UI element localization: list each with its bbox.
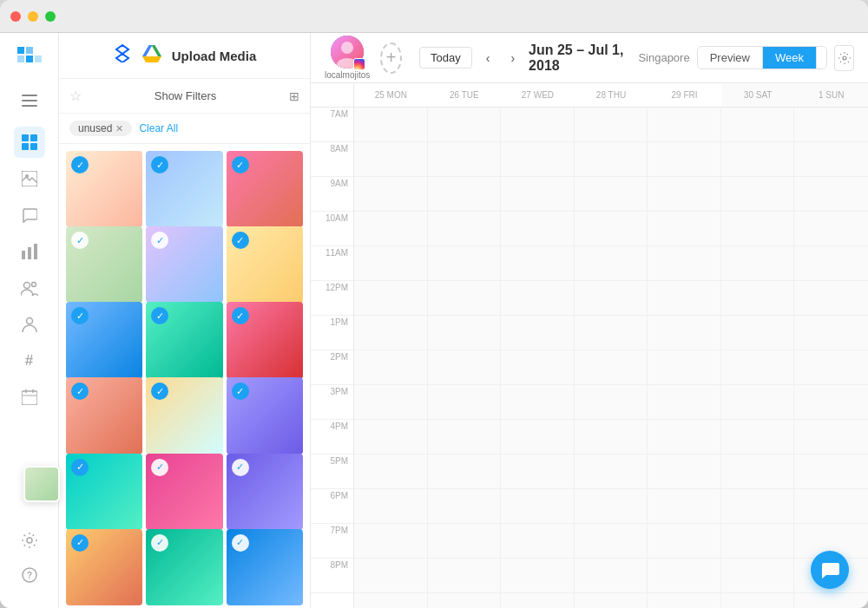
cell-26-5PM[interactable] [428, 454, 501, 489]
cell-26-9AM[interactable] [428, 177, 501, 212]
cell-30-8PM[interactable] [721, 559, 794, 593]
cell-28-1PM[interactable] [575, 316, 648, 350]
thumb-check-icon[interactable]: ✓ [232, 534, 249, 552]
cell-25-11AM[interactable] [354, 246, 427, 281]
thumb-check-icon[interactable]: ✓ [232, 382, 249, 400]
next-week-button[interactable]: › [503, 46, 522, 70]
cell-1-3PM[interactable] [794, 385, 868, 420]
cell-25-8PM[interactable] [354, 559, 427, 593]
prev-week-button[interactable]: ‹ [479, 46, 497, 70]
cell-30-12PM[interactable] [721, 281, 794, 316]
thumb-check-icon[interactable]: ✓ [151, 459, 168, 476]
sidebar-item-group[interactable] [14, 272, 45, 304]
maximize-button[interactable] [45, 11, 56, 22]
cell-25-10AM[interactable] [354, 212, 427, 246]
media-thumb[interactable]: ✓ [227, 151, 303, 227]
cell-27-9AM[interactable] [501, 177, 574, 212]
minimize-button[interactable] [28, 11, 38, 22]
cell-26-8AM[interactable] [428, 142, 501, 177]
cell-25-4PM[interactable] [354, 420, 427, 454]
today-button[interactable]: Today [419, 47, 472, 69]
cell-28-8PM[interactable] [575, 559, 648, 593]
cell-30-4PM[interactable] [721, 420, 794, 454]
cell-28-7PM[interactable] [575, 524, 648, 559]
cell-27-2PM[interactable] [501, 350, 574, 385]
media-thumb[interactable]: ✓ [227, 529, 303, 605]
sidebar-item-media[interactable] [14, 163, 45, 194]
menu-toggle-button[interactable] [14, 85, 45, 116]
cell-30-7AM[interactable] [721, 108, 794, 142]
thumb-check-icon[interactable]: ✓ [71, 307, 89, 324]
cell-30-3PM[interactable] [721, 385, 794, 420]
thumb-check-icon[interactable]: ✓ [232, 156, 249, 173]
cell-26-7AM[interactable] [428, 108, 501, 142]
media-thumb[interactable]: ✓ [66, 151, 142, 227]
cell-26-12PM[interactable] [428, 281, 501, 316]
media-thumb[interactable]: ✓ [66, 454, 142, 530]
cell-25-3PM[interactable] [354, 385, 427, 420]
cell-29-12PM[interactable] [648, 281, 720, 316]
settings-button[interactable] [14, 525, 45, 556]
cell-25-6PM[interactable] [354, 489, 427, 524]
media-thumb[interactable]: ✓ [66, 529, 142, 605]
sidebar-item-team[interactable] [14, 309, 45, 340]
cell-25-7AM[interactable] [354, 108, 427, 142]
cell-25-7PM[interactable] [354, 524, 427, 559]
media-thumb[interactable]: ✓ [227, 226, 303, 303]
media-thumb[interactable]: ✓ [146, 151, 222, 227]
media-thumb[interactable]: ✓ [66, 377, 142, 454]
cell-30-2PM[interactable] [721, 350, 794, 385]
cell-25-12PM[interactable] [354, 281, 427, 316]
cell-26-10AM[interactable] [428, 212, 501, 246]
cell-28-6PM[interactable] [575, 489, 648, 524]
cell-1-2PM[interactable] [794, 350, 868, 385]
cell-28-7AM[interactable] [575, 108, 648, 142]
cell-30-7PM[interactable] [721, 524, 794, 559]
thumb-check-icon[interactable]: ✓ [151, 382, 168, 400]
media-thumb[interactable]: ✓ [146, 454, 222, 530]
media-thumb[interactable]: ✓ [66, 226, 142, 303]
cell-25-2PM[interactable] [354, 350, 427, 385]
cell-1-4PM[interactable] [794, 420, 868, 454]
cell-29-9AM[interactable] [648, 177, 720, 212]
thumb-check-icon[interactable]: ✓ [151, 534, 168, 552]
cell-29-4PM[interactable] [648, 420, 720, 454]
cell-26-4PM[interactable] [428, 420, 501, 454]
unused-tag[interactable]: unused ✕ [69, 121, 132, 136]
cell-29-1PM[interactable] [648, 316, 720, 350]
cell-29-6PM[interactable] [648, 489, 720, 524]
week-view-button[interactable]: Week [763, 47, 817, 69]
cell-1-5PM[interactable] [794, 454, 868, 489]
star-icon[interactable]: ☆ [69, 88, 82, 104]
thumb-check-icon[interactable]: ✓ [71, 382, 89, 400]
cell-25-1PM[interactable] [354, 316, 427, 350]
chat-bubble-button[interactable] [811, 551, 849, 589]
cell-27-3PM[interactable] [501, 385, 574, 420]
calendar-settings-button[interactable] [834, 45, 854, 71]
media-thumb[interactable]: ✓ [227, 454, 303, 530]
cell-28-4PM[interactable] [575, 420, 648, 454]
media-thumb[interactable]: ✓ [146, 302, 222, 378]
media-thumb[interactable]: ✓ [227, 302, 303, 378]
cell-27-1PM[interactable] [501, 316, 574, 350]
cell-30-10AM[interactable] [721, 212, 794, 246]
cell-26-3PM[interactable] [428, 385, 501, 420]
sidebar-item-hashtag[interactable]: # [14, 345, 45, 376]
cell-26-6PM[interactable] [428, 489, 501, 524]
cell-26-8PM[interactable] [428, 559, 501, 593]
thumb-check-icon[interactable]: ✓ [151, 307, 168, 324]
cell-28-11AM[interactable] [575, 246, 648, 281]
cell-30-8AM[interactable] [721, 142, 794, 177]
cell-26-1PM[interactable] [428, 316, 501, 350]
cell-28-2PM[interactable] [575, 350, 648, 385]
cell-29-5PM[interactable] [648, 454, 720, 489]
cell-27-12PM[interactable] [501, 281, 574, 316]
cell-30-5PM[interactable] [721, 454, 794, 489]
filter-options-icon[interactable]: ⊞ [289, 89, 299, 103]
media-thumb[interactable]: ✓ [66, 302, 142, 378]
help-button[interactable]: ? [14, 559, 45, 591]
sidebar-item-chat[interactable] [14, 199, 45, 231]
cell-29-3PM[interactable] [648, 385, 720, 420]
tag-remove-icon[interactable]: ✕ [115, 123, 123, 134]
cell-29-11AM[interactable] [648, 246, 720, 281]
